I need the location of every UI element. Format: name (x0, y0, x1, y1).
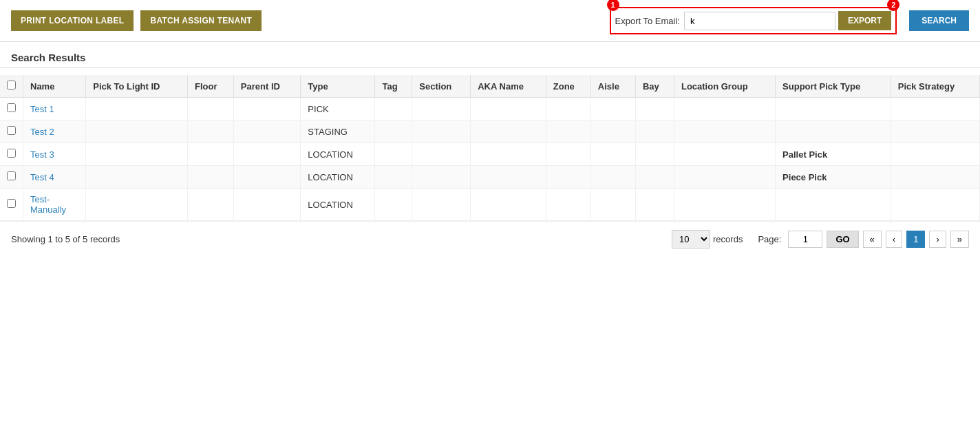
row-pick_to_light_id (86, 166, 188, 189)
row-pick_to_light_id (86, 143, 188, 166)
row-type: PICK (301, 98, 375, 120)
row-aisle (590, 189, 635, 221)
row-aisle (590, 143, 635, 166)
col-zone: Zone (546, 75, 590, 98)
records-info: Showing 1 to 5 of 5 records (11, 234, 672, 244)
print-location-label-button[interactable]: Print Location Label (11, 10, 134, 31)
toolbar: Print Location Label Batch Assign Tenant… (0, 0, 980, 42)
row-type: LOCATION (301, 166, 375, 189)
row-name[interactable]: Test 1 (23, 98, 86, 120)
row-parent_id (233, 189, 301, 221)
row-pick_strategy (891, 166, 979, 189)
row-bay (635, 143, 674, 166)
row-pick_to_light_id (86, 120, 188, 143)
export-button[interactable]: EXPORT (838, 11, 891, 30)
row-aisle (590, 120, 635, 143)
next-page-button[interactable]: › (929, 231, 946, 248)
row-pick_strategy (891, 98, 979, 120)
go-button[interactable]: GO (827, 231, 858, 248)
row-aka_name (471, 189, 546, 221)
row-zone (546, 189, 590, 221)
export-email-input[interactable] (684, 12, 835, 30)
records-per-page-select[interactable]: 10 25 50 100 (672, 230, 710, 249)
records-label: records (713, 234, 743, 244)
row-location_group (674, 98, 775, 120)
table-row: Test 4LOCATIONPiece Pick (0, 166, 980, 189)
row-checkbox[interactable] (7, 149, 16, 158)
row-checkbox[interactable] (7, 199, 16, 208)
row-section (412, 166, 471, 189)
footer: Showing 1 to 5 of 5 records 10 25 50 100… (0, 221, 980, 257)
current-page-button[interactable]: 1 (906, 231, 925, 248)
col-pick-strategy: Pick Strategy (891, 75, 979, 98)
col-aisle: Aisle (590, 75, 635, 98)
row-tag (375, 189, 412, 221)
page-label: Page: (758, 234, 781, 244)
row-bay (635, 189, 674, 221)
row-aka_name (471, 98, 546, 120)
row-floor (187, 98, 233, 120)
row-aka_name (471, 143, 546, 166)
col-checkbox (0, 75, 23, 98)
col-bay: Bay (635, 75, 674, 98)
row-location_group (674, 120, 775, 143)
select-all-checkbox[interactable] (7, 81, 16, 89)
table-header-row: Name Pick To Light ID Floor Parent ID Ty… (0, 75, 980, 98)
col-location-group: Location Group (674, 75, 775, 98)
row-section (412, 120, 471, 143)
row-type: LOCATION (301, 189, 375, 221)
row-checkbox[interactable] (7, 103, 16, 112)
row-aisle (590, 98, 635, 120)
row-checkbox-cell (0, 166, 23, 189)
row-aisle (590, 166, 635, 189)
row-bay (635, 166, 674, 189)
row-parent_id (233, 143, 301, 166)
row-aka_name (471, 120, 546, 143)
row-name[interactable]: Test 3 (23, 143, 86, 166)
row-support_pick_type (776, 189, 891, 221)
row-tag (375, 143, 412, 166)
page-input[interactable] (788, 231, 822, 248)
row-tag (375, 166, 412, 189)
row-section (412, 143, 471, 166)
row-parent_id (233, 120, 301, 143)
divider (0, 67, 980, 68)
row-support_pick_type: Pallet Pick (776, 143, 891, 166)
row-pick_to_light_id (86, 98, 188, 120)
table-row: Test 2STAGING (0, 120, 980, 143)
row-zone (546, 120, 590, 143)
prev-page-button[interactable]: ‹ (886, 231, 902, 248)
row-parent_id (233, 98, 301, 120)
row-pick_to_light_id (86, 189, 188, 221)
row-support_pick_type (776, 120, 891, 143)
search-button[interactable]: SEARCH (909, 10, 969, 31)
row-name[interactable]: Test 2 (23, 120, 86, 143)
records-per-page: 10 25 50 100 records (672, 230, 743, 249)
row-checkbox[interactable] (7, 126, 16, 135)
row-pick_strategy (891, 189, 979, 221)
results-table: Name Pick To Light ID Floor Parent ID Ty… (0, 75, 980, 221)
row-bay (635, 120, 674, 143)
col-type: Type (301, 75, 375, 98)
results-table-wrapper: Name Pick To Light ID Floor Parent ID Ty… (0, 75, 980, 221)
col-parent-id: Parent ID (233, 75, 301, 98)
col-support-pick-type: Support Pick Type (776, 75, 891, 98)
col-pick-to-light-id: Pick To Light ID (86, 75, 188, 98)
col-aka-name: AKA Name (471, 75, 546, 98)
export-label: Export To Email: (615, 16, 680, 26)
row-checkbox[interactable] (7, 171, 16, 180)
first-page-button[interactable]: « (863, 231, 882, 248)
last-page-button[interactable]: » (950, 231, 969, 248)
row-name[interactable]: Test 4 (23, 166, 86, 189)
batch-assign-tenant-button[interactable]: Batch Assign Tenant (140, 10, 262, 31)
row-type: STAGING (301, 120, 375, 143)
row-pick_strategy (891, 120, 979, 143)
row-tag (375, 98, 412, 120)
row-name[interactable]: Test- Manually (23, 189, 86, 221)
row-checkbox-cell (0, 189, 23, 221)
table-row: Test 3LOCATIONPallet Pick (0, 143, 980, 166)
row-pick_strategy (891, 143, 979, 166)
row-parent_id (233, 166, 301, 189)
step1-badge: 1 (607, 0, 619, 11)
row-zone (546, 166, 590, 189)
